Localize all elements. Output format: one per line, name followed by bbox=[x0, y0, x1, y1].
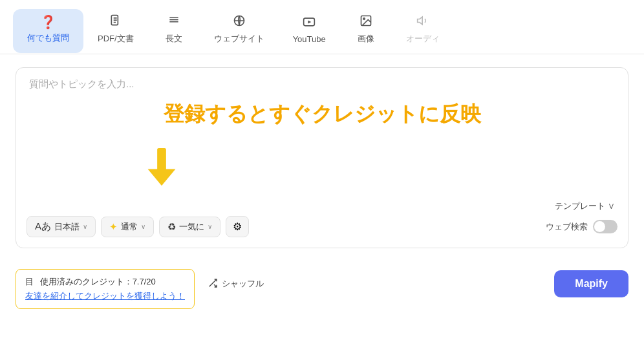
tab-choubun-label: 長文 bbox=[166, 33, 182, 45]
nandemo-icon: ❓ bbox=[40, 16, 56, 28]
shuffle-button[interactable]: シャッフル bbox=[208, 278, 264, 290]
tone-selector[interactable]: ♻ 一気に ∨ bbox=[159, 217, 220, 237]
mode-label: 通常 bbox=[121, 221, 138, 233]
arrow-down-icon bbox=[145, 148, 178, 187]
question-placeholder: 質問やトピックを入力... bbox=[29, 78, 134, 89]
question-box[interactable]: 質問やトピックを入力... 登録するとすぐクレジットに反映 テンプレート ∨ A… bbox=[16, 67, 628, 248]
template-button[interactable]: テンプレート ∨ bbox=[555, 200, 615, 212]
mapify-button[interactable]: Mapify bbox=[554, 270, 628, 297]
audio-icon bbox=[416, 14, 429, 29]
shuffle-label: シャッフル bbox=[222, 278, 264, 290]
tone-chevron-icon: ∨ bbox=[208, 223, 212, 230]
shuffle-icon bbox=[208, 278, 218, 290]
svg-rect-7 bbox=[157, 148, 166, 171]
tab-image[interactable]: 画像 bbox=[340, 8, 392, 54]
tab-website-label: ウェブサイト bbox=[214, 33, 264, 45]
credit-link[interactable]: 友達を紹介してクレジットを獲得しよう！ bbox=[25, 290, 185, 302]
svg-point-5 bbox=[363, 18, 365, 19]
tab-choubun[interactable]: 長文 bbox=[148, 8, 200, 54]
website-icon bbox=[233, 14, 246, 29]
svg-marker-8 bbox=[148, 169, 176, 186]
bottom-left: 目 使用済みのクレジット：7.7/20 友達を紹介してクレジットを獲得しよう！ … bbox=[16, 259, 264, 309]
language-selector[interactable]: Aあ 日本語 ∨ bbox=[27, 216, 96, 237]
pdf-icon bbox=[109, 14, 122, 29]
tab-image-label: 画像 bbox=[358, 33, 374, 45]
tab-pdf-label: PDF/文書 bbox=[98, 33, 134, 45]
tab-pdf[interactable]: PDF/文書 bbox=[83, 8, 148, 54]
credit-box: 目 使用済みのクレジット：7.7/20 友達を紹介してクレジットを獲得しよう！ bbox=[16, 269, 195, 309]
arrow-container bbox=[145, 148, 178, 189]
tab-nandemo-label: 何でも質問 bbox=[27, 32, 69, 44]
tab-nandemo[interactable]: ❓ 何でも質問 bbox=[13, 9, 83, 53]
mapify-label: Mapify bbox=[575, 278, 608, 289]
language-label: 日本語 bbox=[54, 221, 80, 233]
tone-icon: ♻ bbox=[167, 221, 176, 233]
web-search-toggle[interactable] bbox=[593, 220, 617, 233]
promo-text: 登録するとすぐクレジットに反映 bbox=[164, 100, 481, 129]
gear-icon: ⚙ bbox=[233, 221, 242, 232]
svg-marker-3 bbox=[308, 20, 312, 23]
box-toolbar: Aあ 日本語 ∨ ✦ 通常 ∨ ♻ 一気に ∨ ⚙ ウェブ検索 bbox=[27, 216, 617, 237]
image-icon bbox=[360, 14, 372, 29]
bottom-row: 目 使用済みのクレジット：7.7/20 友達を紹介してクレジットを獲得しよう！ … bbox=[16, 259, 628, 309]
main-content: 質問やトピックを入力... 登録するとすぐクレジットに反映 テンプレート ∨ A… bbox=[0, 54, 644, 322]
language-icon: Aあ bbox=[35, 220, 51, 233]
nav-tabs: ❓ 何でも質問 PDF/文書 長文 ウェブサイト bbox=[0, 0, 644, 54]
mode-icon: ✦ bbox=[109, 221, 118, 233]
mode-chevron-icon: ∨ bbox=[141, 223, 145, 230]
tab-youtube-label: YouTube bbox=[293, 34, 326, 44]
tab-audio[interactable]: オーディ bbox=[392, 8, 454, 54]
choubun-icon bbox=[167, 14, 180, 29]
svg-marker-6 bbox=[417, 17, 422, 25]
youtube-icon bbox=[303, 16, 316, 30]
tab-audio-label: オーディ bbox=[406, 33, 440, 45]
web-search-area: ウェブ検索 bbox=[546, 220, 617, 233]
settings-button[interactable]: ⚙ bbox=[226, 216, 249, 237]
credit-amount: 使用済みのクレジット：7.7/20 bbox=[40, 277, 156, 286]
credit-icon: 目 bbox=[25, 277, 34, 286]
language-chevron-icon: ∨ bbox=[83, 223, 87, 230]
tab-youtube[interactable]: YouTube bbox=[279, 9, 340, 53]
tone-label: 一気に bbox=[179, 221, 204, 233]
credit-text: 目 使用済みのクレジット：7.7/20 bbox=[25, 276, 185, 288]
tab-website[interactable]: ウェブサイト bbox=[200, 8, 279, 54]
template-label: テンプレート ∨ bbox=[555, 200, 615, 212]
mode-selector[interactable]: ✦ 通常 ∨ bbox=[101, 217, 154, 237]
web-search-label: ウェブ検索 bbox=[546, 221, 588, 233]
